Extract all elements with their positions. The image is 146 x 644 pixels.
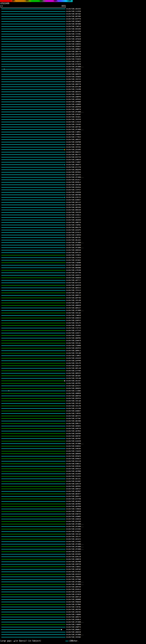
hit-label[interactable]: UniRef100_C1BM51	[66, 131, 81, 133]
hit-line[interactable]	[1, 368, 65, 368]
hit-line[interactable]	[1, 456, 65, 456]
hit-label[interactable]: UniRef100_C5M8I6	[66, 508, 81, 510]
hit-line[interactable]	[1, 466, 65, 466]
hit-label[interactable]: UniRef100_A8IZK3	[66, 8, 81, 10]
hit-line[interactable]	[1, 584, 65, 584]
hit-line[interactable]	[1, 338, 65, 338]
hit-line[interactable]	[1, 335, 65, 336]
hit-line[interactable]	[1, 627, 65, 627]
hit-line[interactable]	[1, 383, 65, 384]
hit-line[interactable]	[1, 396, 65, 396]
hit-label[interactable]: UniRef100_B6KCD9	[66, 209, 81, 211]
hit-label[interactable]: UniRef100_Q0DHA3	[66, 68, 81, 70]
hit-line[interactable]	[1, 356, 65, 356]
hit-label[interactable]: UniRef100_C8CLP8	[66, 405, 81, 407]
hit-label[interactable]: UniRef100_Q3SC85	[66, 56, 81, 58]
hit-line[interactable]	[1, 554, 65, 554]
hit-label[interactable]: UniRef100_C5FP27	[66, 189, 81, 191]
hit-line[interactable]	[1, 602, 65, 602]
hit-label[interactable]: UniRef100_C4K7W1	[66, 606, 81, 608]
hit-label[interactable]: UniRef100_Q5DLP5	[66, 365, 81, 367]
hit-line[interactable]	[1, 248, 65, 248]
hit-line[interactable]	[1, 114, 65, 115]
hit-line[interactable]	[1, 474, 65, 474]
hit-label[interactable]: UniRef100_UP1000...	[66, 111, 84, 113]
hit-label[interactable]: UniRef100_A6YPR1	[66, 382, 81, 384]
hit-label[interactable]: UniRef100_A9SS14	[66, 468, 81, 470]
hit-label[interactable]: UniRef100_Q4Y7H8	[66, 272, 81, 274]
hit-label[interactable]: UniRef100_A9NPT8	[66, 108, 81, 110]
hit-line[interactable]	[1, 539, 65, 539]
hit-line[interactable]	[1, 426, 65, 426]
hit-line[interactable]	[1, 124, 65, 125]
hit-label[interactable]: UniRef100_Q2GZP5	[66, 229, 81, 231]
hit-label[interactable]: UniRef100_B2YII6	[66, 282, 81, 284]
hit-label[interactable]: UniRef100_Q37H16	[66, 591, 81, 593]
hit-label[interactable]: UniRef100_A9U252	[66, 36, 81, 38]
hit-label[interactable]: UniRef100_P93847	[66, 46, 81, 48]
hit-label[interactable]: UniRef100_A4R7Y9	[66, 428, 81, 430]
hit-label[interactable]: UniRef100_C8CLQ8	[66, 378, 81, 380]
hit-line[interactable]	[1, 24, 65, 24]
hit-line[interactable]	[1, 97, 65, 97]
hit-line[interactable]	[1, 49, 65, 49]
hit-line[interactable]	[1, 39, 65, 39]
hit-line[interactable]	[1, 195, 65, 195]
hit-label[interactable]: UniRef100_C8CLQ4	[66, 533, 81, 535]
hit-label[interactable]: UniRef100_A67MX2	[66, 430, 81, 432]
hit-line[interactable]	[1, 506, 65, 507]
hit-line[interactable]	[1, 298, 65, 298]
hit-label[interactable]: UniRef100_C1BMC2	[66, 355, 81, 357]
hit-line[interactable]	[1, 112, 65, 112]
hit-line[interactable]	[1, 464, 65, 464]
hit-label[interactable]: UniRef100_A7NZZ2	[66, 71, 81, 73]
hit-line[interactable]	[1, 546, 65, 547]
hit-line[interactable]	[1, 494, 65, 494]
hit-line[interactable]	[1, 386, 65, 386]
hit-label[interactable]: UniRef100_B3RM20	[66, 244, 81, 246]
hit-label[interactable]: UniRef100_B4NXG2	[66, 445, 81, 447]
hit-label[interactable]: UniRef100_C4QDR9	[66, 624, 81, 626]
hit-label[interactable]: UniRef100_Q75CY7	[66, 385, 81, 387]
hit-label[interactable]: UniRef100_A0QX50	[66, 631, 81, 633]
hit-line[interactable]	[1, 516, 65, 517]
hit-line[interactable]	[1, 436, 65, 436]
hit-label[interactable]: UniRef100_C8CLP4	[66, 322, 81, 324]
hit-line[interactable]	[1, 102, 65, 102]
hit-line[interactable]	[1, 504, 65, 504]
hit-label[interactable]: UniRef100_B5XD14	[66, 588, 81, 590]
hit-line[interactable]	[1, 346, 65, 346]
hit-line[interactable]	[1, 393, 65, 394]
hit-label[interactable]: UniRef100_B9ZDL4	[66, 182, 81, 184]
hit-line[interactable]	[1, 210, 65, 210]
hit-line[interactable]	[1, 184, 65, 185]
hit-label[interactable]: UniRef100_Q967B7	[66, 435, 81, 437]
hit-label[interactable]: UniRef100_A7QTC5	[66, 61, 81, 63]
hit-line[interactable]	[1, 562, 65, 562]
hit-label[interactable]: UniRef100_A6BB56	[66, 392, 81, 394]
hit-label[interactable]: UniRef100_A5DD16	[66, 518, 81, 520]
hit-label[interactable]: UniRef100_A1CSY1	[66, 216, 81, 219]
hit-label[interactable]: UniRef100_B4JLV8	[66, 460, 81, 462]
hit-line[interactable]	[1, 499, 65, 499]
hit-label[interactable]: UniRef100_B4FPT8	[66, 18, 81, 20]
hit-label[interactable]: UniRef100_A2QZG8	[66, 192, 81, 194]
hit-label[interactable]: UniRef100_Q95P53	[66, 347, 81, 349]
hit-line[interactable]	[1, 288, 65, 288]
hit-line[interactable]	[1, 34, 65, 34]
hit-label[interactable]: UniRef100_C5YVN1	[66, 33, 81, 35]
hit-label[interactable]: UniRef100_A2Q089	[66, 104, 81, 106]
hit-line[interactable]	[1, 217, 65, 218]
hit-label[interactable]: UniRef100_Q6FLX0	[66, 367, 81, 370]
hit-label[interactable]: UniRef100_Q2GY12	[66, 174, 81, 176]
hit-line[interactable]	[1, 147, 65, 147]
hit-label[interactable]: UniRef100_C9S647	[66, 335, 81, 337]
hit-label[interactable]: UniRef100_Q95PS4	[66, 398, 81, 400]
hit-line[interactable]	[1, 313, 65, 313]
hit-label[interactable]: UniRef100_C4QDN9	[66, 614, 81, 616]
hit-line[interactable]	[1, 406, 65, 406]
hit-line[interactable]	[1, 380, 64, 381]
hit-line[interactable]	[1, 222, 65, 223]
hit-label[interactable]: UniRef100_B93W76	[66, 455, 81, 457]
hit-label[interactable]: UniRef100_B3W733	[66, 513, 81, 515]
